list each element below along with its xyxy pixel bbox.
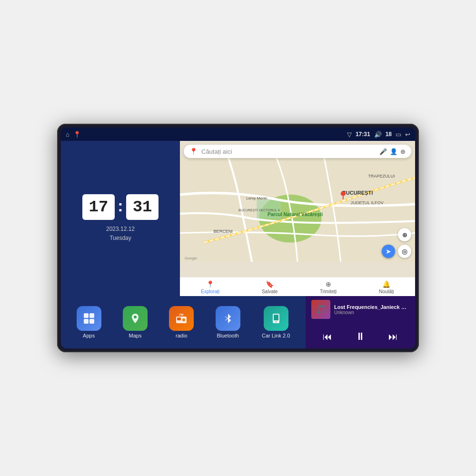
svg-text:BUCUREȘTI SECTORUL 4: BUCUREȘTI SECTORUL 4: [238, 208, 280, 212]
map-location-button[interactable]: ◎: [398, 245, 411, 258]
map-search-placeholder[interactable]: Căutați aici: [201, 148, 376, 155]
radio-label: radio: [176, 333, 187, 338]
media-play-pause-button[interactable]: ⏸: [350, 328, 370, 345]
explore-icon: 📍: [206, 280, 214, 288]
media-section: 🎵 Lost Frequencies_Janieck Devy-... Unkn…: [306, 296, 415, 348]
svg-text:TRAPEZULUI: TRAPEZULUI: [368, 174, 395, 178]
maps-app-icon: [123, 306, 148, 331]
radio-icon: FM: [169, 306, 194, 331]
battery-icon: ▭: [396, 131, 401, 138]
map-search-bar[interactable]: 📍 Căutați aici 🎤 👤 ⊕: [184, 145, 411, 158]
send-label: Trimiteți: [320, 289, 337, 294]
news-icon: 🔔: [382, 280, 390, 288]
map-search-pin-icon: 📍: [189, 148, 198, 155]
time-display: 17:31: [356, 131, 370, 138]
map-nav-send[interactable]: ⊕ Trimiteți: [320, 280, 337, 294]
map-nav-explore[interactable]: 📍 Explorați: [201, 280, 219, 294]
map-nav-news[interactable]: 🔔 Noutăți: [379, 280, 394, 294]
carlink-icon: [264, 306, 288, 331]
status-left: ⌂ 📍: [66, 131, 81, 138]
saved-icon: 🔖: [266, 280, 274, 288]
svg-rect-14: [84, 319, 89, 324]
main-content: 17 : 31 2023.12.12 Tuesday 📍 Căutați aic…: [61, 141, 415, 348]
bluetooth-icon: [216, 306, 240, 331]
map-svg: Parcul Natural Văcărești BUCUREȘTI JUDEȚ…: [180, 141, 415, 277]
map-nav-saved[interactable]: 🔖 Salvate: [262, 280, 278, 294]
bottom-row: Apps Maps: [61, 296, 415, 348]
map-search-icons: 🎤 👤 ⊕: [379, 148, 406, 155]
app-item-carlink[interactable]: Car Link 2.0: [262, 306, 290, 338]
top-row: 17 : 31 2023.12.12 Tuesday 📍 Căutați aic…: [61, 141, 415, 296]
maps-label: Maps: [129, 333, 142, 338]
svg-point-25: [275, 321, 277, 323]
back-icon[interactable]: ↩: [405, 131, 410, 138]
news-label: Noutăți: [379, 289, 394, 294]
map-navigate-button[interactable]: ➤: [382, 245, 395, 258]
clock-colon: :: [118, 197, 123, 215]
bluetooth-label: Bluetooth: [217, 333, 238, 338]
svg-text:BUCUREȘTI: BUCUREȘTI: [342, 190, 373, 196]
svg-rect-24: [274, 315, 278, 320]
clock-date: 2023.12.12 Tuesday: [106, 225, 135, 243]
app-item-maps[interactable]: Maps: [123, 306, 148, 338]
layers-icon[interactable]: ⊕: [400, 148, 406, 155]
svg-rect-15: [89, 319, 94, 324]
screen: ⌂ 📍 ▽ 17:31 🔊 18 ▭ ↩ 17 :: [61, 128, 415, 348]
apps-icon: [77, 306, 101, 331]
account-icon[interactable]: 👤: [390, 148, 397, 155]
svg-text:Leroy Merlin: Leroy Merlin: [246, 196, 267, 200]
battery-level: 18: [386, 131, 392, 138]
svg-point-11: [341, 191, 346, 196]
media-artist: Unknown: [334, 310, 409, 315]
clock-minute: 31: [126, 194, 159, 220]
car-head-unit: ⌂ 📍 ▽ 17:31 🔊 18 ▭ ↩ 17 :: [57, 124, 419, 352]
explore-label: Explorați: [201, 289, 219, 294]
app-item-radio[interactable]: FM radio: [169, 306, 194, 338]
media-text: Lost Frequencies_Janieck Devy-... Unknow…: [334, 304, 409, 315]
svg-rect-18: [177, 317, 181, 320]
media-prev-button[interactable]: ⏮: [318, 329, 337, 344]
clock-hour: 17: [82, 194, 115, 220]
map-background[interactable]: Parcul Natural Văcărești BUCUREȘTI JUDEȚ…: [180, 141, 415, 277]
map-star-button[interactable]: ⊕: [398, 228, 411, 241]
map-panel: 📍 Căutați aici 🎤 👤 ⊕: [180, 141, 415, 296]
apps-label: Apps: [83, 333, 95, 338]
status-right: ▽ 17:31 🔊 18 ▭ ↩: [347, 131, 410, 138]
media-info: 🎵 Lost Frequencies_Janieck Devy-... Unkn…: [311, 300, 409, 319]
map-bottom-bar: 📍 Explorați 🔖 Salvate ⊕ Trimiteți 🔔: [180, 277, 415, 296]
svg-rect-12: [84, 313, 89, 318]
media-controls: ⏮ ⏸ ⏭: [311, 328, 409, 345]
apps-section: Apps Maps: [61, 296, 306, 348]
svg-text:JUDEȚUL ILFOV: JUDEȚUL ILFOV: [351, 200, 384, 205]
clock-display: 17 : 31: [82, 194, 159, 220]
svg-text:Google: Google: [185, 256, 197, 260]
media-thumbnail: 🎵: [311, 300, 330, 319]
svg-point-16: [134, 316, 137, 318]
send-icon: ⊕: [326, 280, 331, 288]
volume-icon[interactable]: 🔊: [374, 131, 382, 138]
saved-label: Salvate: [262, 289, 278, 294]
status-bar: ⌂ 📍 ▽ 17:31 🔊 18 ▭ ↩: [61, 128, 415, 141]
svg-rect-13: [89, 313, 94, 318]
carlink-label: Car Link 2.0: [262, 333, 290, 338]
clock-panel: 17 : 31 2023.12.12 Tuesday: [61, 141, 180, 296]
svg-text:Parcul Natural Văcărești: Parcul Natural Văcărești: [268, 212, 323, 217]
signal-icon: ▽: [347, 131, 352, 138]
maps-icon[interactable]: 📍: [73, 131, 81, 138]
home-icon[interactable]: ⌂: [66, 131, 69, 138]
app-item-apps[interactable]: Apps: [77, 306, 101, 338]
media-next-button[interactable]: ⏭: [384, 329, 403, 344]
svg-text:FM: FM: [179, 313, 184, 316]
media-thumb-image: 🎵: [311, 300, 330, 319]
mic-icon[interactable]: 🎤: [379, 148, 387, 155]
svg-text:BERCENI: BERCENI: [214, 229, 233, 234]
svg-point-19: [182, 318, 185, 321]
app-item-bluetooth[interactable]: Bluetooth: [216, 306, 240, 338]
media-title: Lost Frequencies_Janieck Devy-...: [334, 304, 409, 310]
